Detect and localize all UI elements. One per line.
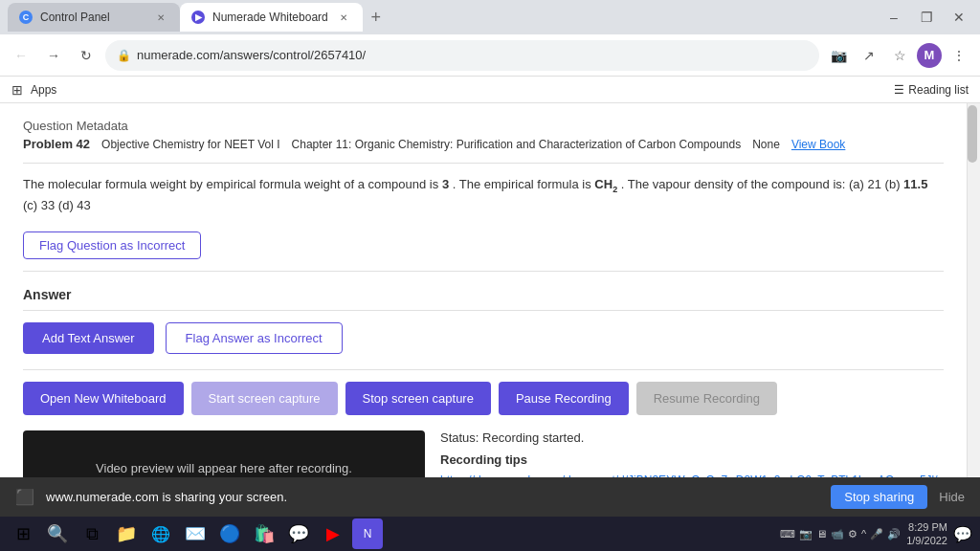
- scrollbar-thumb[interactable]: [968, 105, 977, 163]
- tab-numerade-close[interactable]: ✕: [336, 10, 351, 25]
- minimize-icon[interactable]: –: [880, 4, 907, 31]
- tab-control-panel-label: Control Panel: [40, 11, 110, 24]
- browser-chrome: C Control Panel ✕ ▶ Numerade Whiteboard …: [0, 0, 980, 77]
- page-content: Question Metadata Problem 42 Objective C…: [0, 103, 980, 517]
- problem-label: Problem 42: [23, 137, 90, 151]
- metadata-divider: [23, 163, 944, 164]
- question-text-part4: (c) 33 (d) 43: [23, 198, 91, 212]
- numerade-tab-icon: ▶: [191, 11, 205, 24]
- battery-icon[interactable]: 🔊: [887, 528, 901, 540]
- refresh-button[interactable]: ↻: [73, 42, 100, 69]
- address-bar[interactable]: 🔒 numerade.com/answers/control/2657410/: [105, 40, 819, 71]
- nav-actions: 📷 ↗ ☆ M ⋮: [825, 42, 972, 69]
- tab-control-panel-close[interactable]: ✕: [153, 10, 168, 25]
- pause-recording-button[interactable]: Pause Recording: [499, 382, 629, 415]
- forward-button[interactable]: →: [40, 42, 67, 69]
- microphone-icon[interactable]: 🎤: [870, 528, 883, 540]
- video-icon[interactable]: 📹: [831, 528, 844, 540]
- formula: CH2: [594, 177, 617, 191]
- taskbar-file-explorer-icon[interactable]: 📁: [111, 518, 142, 549]
- recording-controls: Open New Whiteboard Start screen capture…: [23, 382, 944, 415]
- difficulty-label: None: [752, 138, 780, 151]
- video-preview-text: Video preview will appear here after rec…: [96, 461, 352, 475]
- open-whiteboard-button[interactable]: Open New Whiteboard: [23, 382, 184, 415]
- question-text-part1: The molecular formula weight by empirica…: [23, 177, 438, 191]
- taskbar-numerade-icon[interactable]: N: [352, 518, 383, 549]
- control-panel-tab-icon: C: [19, 11, 33, 24]
- tab-bar: C Control Panel ✕ ▶ Numerade Whiteboard …: [0, 0, 980, 34]
- recording-tips-label: Recording tips: [440, 452, 944, 467]
- question-metadata: Question Metadata Problem 42 Objective C…: [23, 119, 944, 151]
- answer-buttons: Add Text Answer Flag Answer as Incorrect: [23, 322, 944, 354]
- camera-taskbar-icon[interactable]: 📷: [799, 528, 813, 540]
- hide-button[interactable]: Hide: [939, 490, 965, 504]
- chapter-label: Chapter 11: Organic Chemistry: Purificat…: [292, 138, 742, 151]
- flag-answer-button[interactable]: Flag Answer as Incorrect: [166, 322, 343, 354]
- taskbar-chrome-icon[interactable]: 🔵: [214, 518, 245, 549]
- stop-screen-capture-button[interactable]: Stop screen capture: [345, 382, 491, 415]
- question-metadata-title: Question Metadata: [23, 119, 944, 133]
- back-button[interactable]: ←: [8, 42, 34, 69]
- status-text: Status: Recording started.: [440, 430, 944, 445]
- taskbar-task-view-icon[interactable]: ⧉: [77, 518, 107, 549]
- taskbar-search-icon[interactable]: 🔍: [42, 518, 73, 549]
- tab-control-panel[interactable]: C Control Panel ✕: [8, 3, 180, 32]
- reading-list-button[interactable]: ☰ Reading list: [894, 83, 969, 97]
- lock-icon: 🔒: [117, 49, 131, 62]
- taskbar-mail-icon[interactable]: ✉️: [180, 518, 211, 549]
- reading-list-label: Reading list: [908, 83, 969, 97]
- screen-share-icon: ⬛: [15, 488, 34, 506]
- menu-icon[interactable]: ⋮: [946, 42, 972, 69]
- time-display: 8:29 PM: [906, 520, 947, 534]
- answer-label: Answer: [23, 287, 944, 302]
- maximize-icon[interactable]: ❐: [913, 4, 940, 31]
- reading-list-icon: ☰: [894, 83, 904, 97]
- new-tab-button[interactable]: +: [363, 4, 390, 31]
- question-text-part2: . The empirical formula is: [453, 177, 591, 191]
- scrollbar[interactable]: [967, 103, 980, 517]
- notification-bar: ⬛ www.numerade.com is sharing your scree…: [0, 477, 980, 517]
- bold1: 11.5: [903, 177, 927, 191]
- taskbar-youtube-icon[interactable]: ▶: [318, 518, 348, 549]
- controls-divider: [23, 369, 944, 370]
- taskbar-edge-icon[interactable]: 🌐: [145, 518, 176, 549]
- taskbar: ⊞ 🔍 ⧉ 📁 🌐 ✉️ 🔵 🛍️ 💬 ▶ N ⌨ 📷 🖥 📹 ⚙ ^ 🎤 🔊 …: [0, 517, 980, 551]
- tab-numerade-whiteboard[interactable]: ▶ Numerade Whiteboard ✕: [180, 3, 363, 32]
- question-text: The molecular formula weight by empirica…: [23, 175, 944, 216]
- resume-recording-button[interactable]: Resume Recording: [636, 382, 777, 415]
- taskbar-whatsapp-icon[interactable]: 💬: [283, 518, 314, 549]
- keyboard-icon[interactable]: ⌨: [780, 528, 795, 540]
- add-text-answer-button[interactable]: Add Text Answer: [23, 322, 154, 354]
- start-screen-capture-button[interactable]: Start screen capture: [191, 382, 338, 415]
- answer-divider: [23, 271, 944, 272]
- tab-numerade-label: Numerade Whiteboard: [212, 11, 328, 24]
- apps-label: Apps: [31, 83, 56, 97]
- profile-button[interactable]: M: [917, 43, 942, 68]
- flag-question-button[interactable]: Flag Question as Incorrect: [23, 231, 201, 259]
- notification-center-icon[interactable]: 💬: [953, 525, 972, 543]
- nav-bar: ← → ↻ 🔒 numerade.com/answers/control/265…: [0, 34, 980, 77]
- view-book-link[interactable]: View Book: [791, 138, 845, 151]
- metadata-row: Problem 42 Objective Chemistry for NEET …: [23, 137, 944, 151]
- taskbar-right-area: ⌨ 📷 🖥 📹 ⚙ ^ 🎤 🔊 8:29 PM 1/9/2022 💬: [780, 520, 972, 548]
- apps-bar: ⊞ Apps ☰ Reading list: [0, 77, 980, 103]
- share-icon[interactable]: ↗: [856, 42, 882, 69]
- cast-icon[interactable]: 📷: [825, 42, 852, 69]
- answer-inner-divider: [23, 310, 944, 311]
- address-text: numerade.com/answers/control/2657410/: [137, 48, 808, 62]
- close-icon[interactable]: ✕: [946, 4, 972, 31]
- apps-grid-icon: ⊞: [11, 82, 23, 98]
- caret-icon[interactable]: ^: [861, 528, 866, 540]
- answer-section: Answer Add Text Answer Flag Answer as In…: [23, 287, 944, 507]
- taskbar-windows-store-icon[interactable]: 🛍️: [249, 518, 279, 549]
- monitor-icon[interactable]: 🖥: [816, 528, 827, 540]
- taskbar-start-icon[interactable]: ⊞: [8, 518, 38, 549]
- bookmark-icon[interactable]: ☆: [886, 42, 913, 69]
- stop-sharing-button[interactable]: Stop sharing: [831, 485, 927, 509]
- taskbar-system-icons: ⌨ 📷 🖥 📹 ⚙ ^ 🎤 🔊: [780, 528, 901, 540]
- settings-icon[interactable]: ⚙: [848, 528, 858, 540]
- notification-text: www.numerade.com is sharing your screen.: [46, 490, 819, 504]
- taskbar-time: 8:29 PM 1/9/2022: [906, 520, 947, 548]
- book-label: Objective Chemistry for NEET Vol I: [101, 138, 280, 151]
- main-content: Question Metadata Problem 42 Objective C…: [0, 103, 967, 517]
